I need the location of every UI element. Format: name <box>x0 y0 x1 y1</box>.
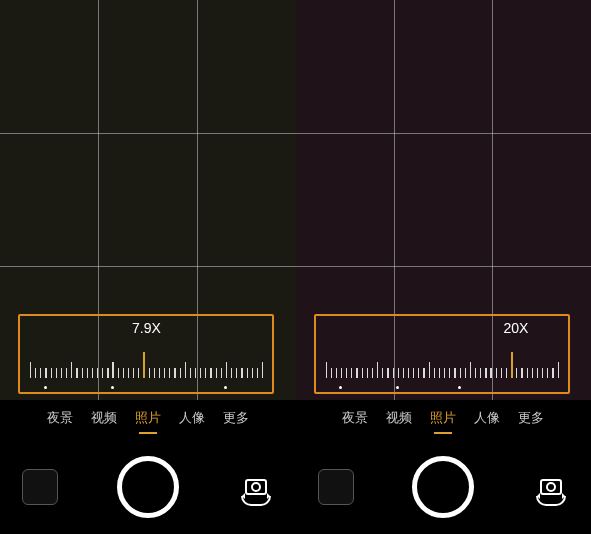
viewfinder[interactable]: 7.9X <box>0 0 296 400</box>
switch-camera-icon[interactable] <box>533 469 569 505</box>
zoom-slider-box: 20X <box>314 314 570 394</box>
bottom-controls <box>0 442 296 532</box>
mode-portrait[interactable]: 人像 <box>474 409 500 431</box>
zoom-dots <box>316 383 568 389</box>
mode-more[interactable]: 更多 <box>223 409 249 431</box>
bottom-controls <box>296 442 592 532</box>
mode-photo[interactable]: 照片 <box>135 409 161 431</box>
gallery-thumbnail[interactable] <box>318 469 354 505</box>
zoom-value: 20X <box>504 320 529 336</box>
zoom-ticks[interactable] <box>20 350 272 378</box>
zoom-slider-box: 7.9X <box>18 314 274 394</box>
mode-portrait[interactable]: 人像 <box>179 409 205 431</box>
grid-line <box>0 133 296 134</box>
camera-panel-left: 7.9X 夜景 视频 照片 人像 更多 <box>0 0 296 534</box>
switch-camera-icon[interactable] <box>238 469 274 505</box>
zoom-dots <box>20 383 272 389</box>
shutter-button[interactable] <box>117 456 179 518</box>
grid-line <box>296 133 592 134</box>
mode-video[interactable]: 视频 <box>386 409 412 431</box>
grid-line <box>0 266 296 267</box>
mode-more[interactable]: 更多 <box>518 409 544 431</box>
mode-night[interactable]: 夜景 <box>342 409 368 431</box>
camera-panel-right: 20X 夜景 视频 照片 人像 更多 <box>296 0 592 534</box>
mode-tabs: 夜景 视频 照片 人像 更多 <box>296 406 592 434</box>
gallery-thumbnail[interactable] <box>22 469 58 505</box>
mode-tabs: 夜景 视频 照片 人像 更多 <box>0 406 296 434</box>
shutter-button[interactable] <box>412 456 474 518</box>
viewfinder[interactable]: 20X <box>296 0 592 400</box>
mode-video[interactable]: 视频 <box>91 409 117 431</box>
mode-night[interactable]: 夜景 <box>47 409 73 431</box>
mode-photo[interactable]: 照片 <box>430 409 456 431</box>
zoom-ticks[interactable] <box>316 350 568 378</box>
grid-line <box>296 266 592 267</box>
zoom-value: 7.9X <box>132 320 161 336</box>
